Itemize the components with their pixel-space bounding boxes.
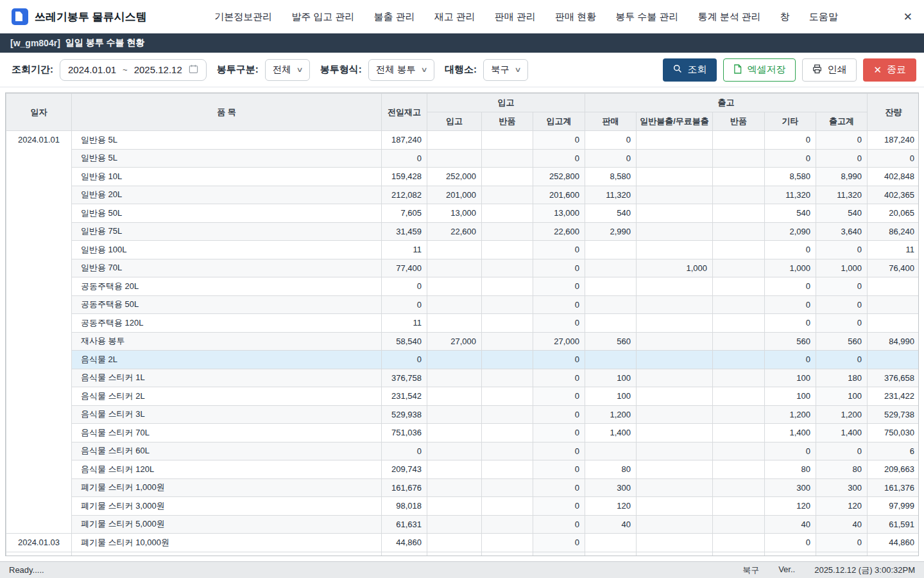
cell-prev: 376,758 bbox=[382, 369, 427, 387]
cell-etc: 0 bbox=[765, 534, 816, 552]
excel-save-button[interactable]: 엑셀저장 bbox=[723, 58, 796, 82]
cell-in-total: 0 bbox=[533, 534, 585, 552]
table-row[interactable]: 폐기물 스티커 1,000원161,6760300300300161,376 bbox=[6, 478, 920, 497]
cell-in-total: 27,000 bbox=[533, 332, 585, 351]
cell-item: 폐기물 스티커 1,000원 bbox=[72, 478, 382, 497]
cell-date bbox=[6, 552, 72, 556]
cell-out-return bbox=[713, 369, 765, 387]
window-close-icon[interactable]: ✕ bbox=[893, 10, 912, 24]
cell-etc: 560 bbox=[765, 332, 816, 351]
table-row[interactable]: 음식물 스티커 3L529,93801,2001,2001,200529,738 bbox=[6, 405, 920, 424]
menu-item[interactable]: 봉투 수불 관리 bbox=[615, 11, 678, 23]
cell-out-total: 560 bbox=[816, 332, 868, 351]
cell-prev: 209,743 bbox=[382, 460, 427, 479]
cell-in bbox=[427, 478, 482, 497]
cell-out-return bbox=[713, 351, 765, 369]
table-row[interactable] bbox=[6, 552, 920, 556]
exit-button[interactable]: ✕ 종료 bbox=[863, 58, 916, 82]
cell-prev: 0 bbox=[382, 442, 427, 460]
agency-select[interactable]: 북구 ∨ bbox=[483, 59, 528, 81]
table-row[interactable]: 공동주택용 50L0000 bbox=[6, 295, 920, 314]
cell-sale bbox=[585, 442, 637, 460]
cell-out-total: 120 bbox=[816, 497, 868, 516]
table-row[interactable]: 2024.01.03폐기물 스티커 10,000원44,86000044,860 bbox=[6, 534, 920, 552]
table-row[interactable]: 일반용 50L7,60513,00013,00054054054020,065 bbox=[6, 204, 920, 223]
cell-out-total: 100 bbox=[816, 387, 868, 406]
cell-remain bbox=[868, 552, 919, 556]
cell-out-return bbox=[713, 204, 765, 223]
table-row[interactable]: 음식물 스티커 120L209,7430808080209,663 bbox=[6, 460, 920, 479]
menu-item[interactable]: 창 bbox=[780, 11, 790, 23]
table-row[interactable]: 음식물 스티커 70L751,03601,4001,4001,400750,03… bbox=[6, 424, 920, 442]
table-row[interactable]: 일반용 20L212,082201,000201,60011,32011,320… bbox=[6, 186, 920, 204]
bag-type-select[interactable]: 전체 ∨ bbox=[265, 59, 310, 81]
menu-item[interactable]: 발주 입고 관리 bbox=[291, 11, 354, 23]
cell-etc: 0 bbox=[765, 241, 816, 259]
date-to-value[interactable]: 2025.12.12 bbox=[134, 64, 182, 75]
col-header-prev-stock: 전일재고 bbox=[382, 94, 427, 131]
cell-in-return bbox=[482, 442, 533, 460]
table-row[interactable]: 공동주택용 120L11000 bbox=[6, 314, 920, 333]
menu-item[interactable]: 재고 관리 bbox=[434, 11, 475, 23]
table-row[interactable]: 재사용 봉투58,54027,00027,00056056056084,990 bbox=[6, 332, 920, 351]
search-button[interactable]: 조회 bbox=[663, 58, 717, 82]
table-row[interactable]: 공동주택용 20L0000 bbox=[6, 277, 920, 296]
menu-item[interactable]: 통계 분석 관리 bbox=[698, 11, 761, 23]
col-header-issue: 일반불출/무료불출 bbox=[637, 112, 713, 131]
cell-out-total: 8,990 bbox=[816, 168, 868, 186]
table-row[interactable]: 폐기물 스티커 3,000원98,018012012012097,999 bbox=[6, 497, 920, 516]
date-from-value[interactable]: 2024.01.01 bbox=[68, 64, 116, 75]
cell-out-return bbox=[713, 405, 765, 424]
calendar-icon[interactable] bbox=[189, 64, 198, 76]
table-row[interactable]: 음식물 스티커 1L376,7580100100180376,658 bbox=[6, 369, 920, 387]
bag-format-select[interactable]: 전체 봉투 ∨ bbox=[368, 59, 434, 81]
cell-prev: 44,860 bbox=[382, 534, 427, 552]
cell-item: 음식물 스티커 120L bbox=[72, 460, 382, 479]
menu-item[interactable]: 판매 현황 bbox=[555, 11, 596, 23]
table-row[interactable]: 2024.01.01일반용 5L187,2400000187,240 bbox=[6, 131, 920, 150]
table-row[interactable]: 일반용 100L1100011 bbox=[6, 241, 920, 259]
cell-remain: 161,376 bbox=[868, 478, 919, 497]
data-grid[interactable]: 일자 품 목 전일재고 입고 출고 잔량 입고 반품 입고계 판매 일반불출/무… bbox=[5, 92, 919, 556]
cell-in bbox=[427, 241, 482, 259]
table-row[interactable]: 일반용 75L31,45922,60022,6002,9902,0903,640… bbox=[6, 222, 920, 241]
cell-in-total bbox=[533, 552, 585, 556]
menu-item[interactable]: 불출 관리 bbox=[373, 11, 415, 23]
table-row[interactable]: 음식물 스티커 60L00006 bbox=[6, 442, 920, 460]
cell-out-total: 0 bbox=[816, 442, 868, 460]
date-range-input[interactable]: 2024.01.01 ~ 2025.12.12 bbox=[60, 59, 207, 81]
cell-in-return bbox=[482, 478, 533, 497]
cell-issue bbox=[637, 405, 713, 424]
cell-in-return bbox=[482, 149, 533, 168]
cell-in-return bbox=[482, 168, 533, 186]
cell-sale: 1,200 bbox=[585, 405, 637, 424]
excel-file-icon bbox=[733, 64, 742, 76]
cell-in-return bbox=[482, 497, 533, 516]
cell-in bbox=[427, 369, 482, 387]
cell-in-total: 0 bbox=[533, 314, 585, 333]
menu: 기본정보관리발주 입고 관리불출 관리재고 관리판매 관리판매 현황봉투 수불 … bbox=[159, 11, 893, 23]
table-row[interactable]: 일반용 70L77,40001,0001,0001,00076,400 bbox=[6, 259, 920, 277]
cell-in-total: 0 bbox=[533, 259, 585, 277]
cell-etc: 100 bbox=[765, 387, 816, 406]
cell-in bbox=[427, 351, 482, 369]
cell-etc: 11,320 bbox=[765, 186, 816, 204]
table-row[interactable]: 일반용 5L000000 bbox=[6, 149, 920, 168]
menu-item[interactable]: 도움말 bbox=[809, 11, 838, 23]
table-row[interactable]: 음식물 2L0000 bbox=[6, 351, 920, 369]
cell-remain: 97,999 bbox=[868, 497, 919, 516]
table-row[interactable]: 일반용 10L159,428252,000252,8008,5808,5808,… bbox=[6, 168, 920, 186]
x-icon: ✕ bbox=[873, 64, 882, 76]
cell-out-total: 540 bbox=[816, 204, 868, 223]
cell-remain: 402,848 bbox=[868, 168, 919, 186]
cell-prev: 0 bbox=[382, 351, 427, 369]
table-row[interactable]: 음식물 스티커 2L231,5420100100100231,422 bbox=[6, 387, 920, 406]
table-row[interactable]: 폐기물 스티커 5,000원61,631040404061,591 bbox=[6, 515, 920, 534]
cell-prev: 98,018 bbox=[382, 497, 427, 516]
cell-sale: 0 bbox=[585, 131, 637, 150]
cell-issue: 1,000 bbox=[637, 259, 713, 277]
col-group-incoming: 입고 bbox=[427, 94, 585, 112]
print-button[interactable]: 인쇄 bbox=[802, 58, 857, 82]
menu-item[interactable]: 기본정보관리 bbox=[214, 11, 272, 23]
menu-item[interactable]: 판매 관리 bbox=[495, 11, 536, 23]
